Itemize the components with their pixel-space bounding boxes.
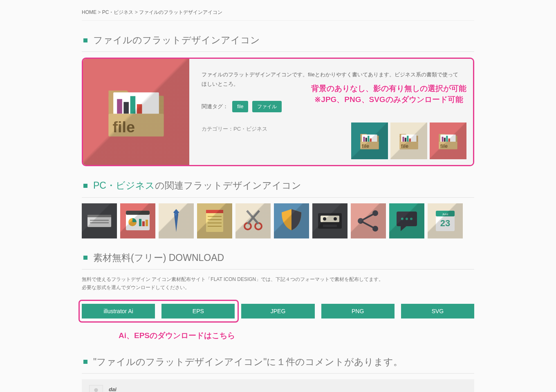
related-icon-dashboard[interactable] — [120, 203, 155, 238]
download-desc-line2: 必要な形式を選んでダウンロードしてください。 — [82, 283, 474, 292]
download-buttons: illustrator AiEPSJPEGPNGSVG — [82, 304, 474, 318]
related-icon-notepad[interactable] — [197, 203, 232, 238]
variant-thumb-beige[interactable]: file — [390, 122, 427, 159]
tag-file-ja[interactable]: ファイル — [252, 101, 282, 112]
hero-panel: file ファイルのフラットデザインアイコンです。fileとわかりやすく書いてあ… — [82, 58, 474, 166]
hero-image: file — [83, 59, 189, 165]
comments-heading: "ファイルのフラットデザインアイコン"に１件のコメントがあります。 — [82, 354, 474, 374]
download-heading-text: 素材無料(フリー) DOWNLOAD — [93, 250, 224, 266]
breadcrumb-cat[interactable]: PC・ビジネス — [102, 9, 134, 15]
hero-description: ファイルのフラットデザインアイコンです。fileとわかりやすく書いてあります。ビ… — [202, 70, 461, 88]
related-icon-tie[interactable] — [159, 203, 194, 238]
download-buttons-wrap: illustrator AiEPSJPEGPNGSVG — [82, 304, 474, 318]
variant-thumbnails: file file file — [351, 122, 466, 159]
related-heading-suffix: の関連フラットデザインアイコン — [155, 178, 301, 194]
bullet-icon — [83, 360, 87, 364]
avatar — [89, 385, 103, 392]
download-btn-eps[interactable]: EPS — [161, 304, 235, 318]
breadcrumb-sep: > — [135, 9, 138, 15]
related-icon-scissors[interactable] — [235, 203, 271, 238]
category-label: カテゴリー： — [202, 126, 233, 132]
download-description: 無料で使えるフラットデザイン アイコン素材配布サイト「FLAT ICON DES… — [82, 275, 474, 292]
bullet-icon — [83, 184, 87, 188]
related-grid: June23 — [82, 203, 474, 238]
related-icon-chat[interactable] — [389, 203, 424, 238]
person-icon — [90, 386, 102, 392]
download-btn-jpeg[interactable]: JPEG — [241, 304, 314, 318]
tag-file[interactable]: file — [232, 101, 248, 112]
breadcrumb: HOME > PC・ビジネス > ファイルのフラットデザインアイコン — [82, 0, 474, 21]
related-heading-link[interactable]: PC・ビジネス — [93, 178, 155, 194]
page-title: ファイルのフラットデザインアイコン — [82, 32, 474, 52]
download-annotation: Ai、EPSのダウンロードはこちら — [82, 329, 474, 342]
download-btn-svg[interactable]: SVG — [401, 304, 474, 318]
breadcrumb-home[interactable]: HOME — [82, 9, 96, 15]
hero-image-area: file — [83, 59, 189, 165]
comment-author: dai — [109, 385, 158, 392]
category-value: PC・ビジネス — [233, 126, 267, 132]
breadcrumb-sep: > — [98, 9, 101, 15]
breadcrumb-current: ファイルのフラットデザインアイコン — [139, 9, 222, 15]
related-icon-calendar[interactable]: June23 — [428, 203, 463, 238]
related-icon-cassette[interactable] — [312, 203, 348, 238]
bullet-icon — [83, 256, 87, 260]
download-btn-png[interactable]: PNG — [321, 304, 395, 318]
related-icon-shield[interactable] — [274, 203, 309, 238]
comments-heading-suffix: "に１件のコメントがあります。 — [263, 354, 403, 370]
variant-thumb-pink[interactable]: file — [430, 122, 466, 159]
related-icon-server[interactable] — [82, 203, 117, 238]
comments-heading-title: ファイルのフラットデザインアイコン — [96, 354, 263, 370]
download-desc-line1: 無料で使えるフラットデザイン アイコン素材配布サイト「FLAT ICON DES… — [82, 275, 474, 283]
download-heading: 素材無料(フリー) DOWNLOAD — [82, 250, 474, 270]
page-title-text: ファイルのフラットデザインアイコン — [93, 32, 260, 48]
bullet-icon — [83, 38, 87, 42]
related-heading: PC・ビジネスの関連フラットデザインアイコン — [82, 178, 474, 197]
comments-heading-q1: " — [93, 354, 96, 370]
comment-item: dai 2016年6月27日 9:57 PM — [82, 379, 474, 392]
tag-row: 関連タグ： file ファイル — [202, 101, 461, 112]
variant-thumb-teal[interactable]: file — [351, 122, 388, 159]
download-btn-illustrator-ai[interactable]: illustrator Ai — [82, 304, 155, 318]
tag-label: 関連タグ： — [202, 102, 228, 111]
related-icon-share[interactable] — [351, 203, 386, 238]
